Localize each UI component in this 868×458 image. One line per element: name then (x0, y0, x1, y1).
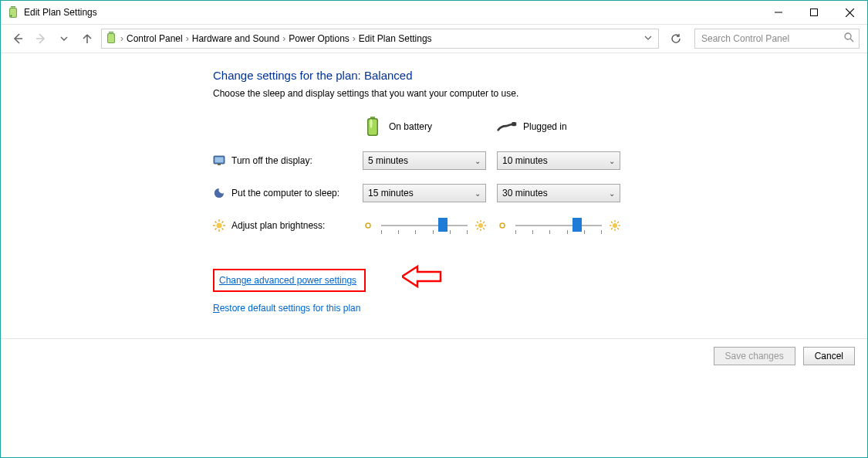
page-heading: Change settings for the plan: Balanced (213, 69, 676, 82)
svg-rect-17 (369, 120, 377, 135)
svg-point-47 (500, 223, 505, 228)
titlebar: Edit Plan Settings (1, 1, 867, 25)
svg-line-36 (222, 222, 224, 223)
svg-line-56 (617, 222, 619, 223)
page-subtext: Choose the sleep and display settings th… (213, 88, 676, 99)
svg-rect-23 (215, 158, 224, 163)
brightness-battery-slider[interactable] (378, 216, 471, 235)
svg-line-55 (611, 228, 613, 229)
battery-icon (363, 117, 383, 137)
chevron-right-icon[interactable]: › (282, 33, 285, 44)
svg-rect-5 (811, 9, 818, 16)
svg-line-53 (611, 222, 613, 223)
sleep-plugged-dropdown[interactable]: 30 minutes ⌄ (497, 184, 620, 202)
svg-point-13 (845, 33, 851, 39)
location-icon (105, 32, 117, 46)
search-icon (844, 32, 854, 45)
svg-marker-57 (402, 266, 441, 287)
chevron-down-icon: ⌄ (609, 189, 615, 198)
svg-point-3 (11, 15, 12, 17)
brightness-plugged-slider-group (497, 216, 620, 235)
breadcrumb[interactable]: Hardware and Sound (192, 33, 279, 44)
button-label: Save changes (725, 351, 784, 361)
svg-line-33 (215, 222, 217, 223)
change-advanced-link[interactable]: Change advanced power settings (219, 275, 356, 286)
breadcrumb[interactable]: Control Panel (127, 33, 183, 44)
dropdown-value: 30 minutes (502, 188, 548, 198)
row-text: Turn off the display: (231, 155, 312, 166)
chevron-right-icon[interactable]: › (186, 33, 189, 44)
content-area: Change settings for the plan: Balanced C… (1, 53, 867, 457)
breadcrumb[interactable]: Edit Plan Settings (359, 33, 432, 44)
sun-dim-icon (497, 220, 508, 231)
svg-rect-10 (109, 32, 113, 33)
brightness-battery-slider-group (363, 216, 486, 235)
restore-defaults-link[interactable]: Restore default settings for this plan (213, 303, 360, 314)
chevron-down-icon: ⌄ (609, 157, 615, 165)
column-header-battery: On battery (363, 116, 486, 137)
forward-button[interactable] (32, 29, 50, 48)
search-input[interactable] (700, 32, 844, 45)
svg-rect-24 (218, 164, 221, 165)
moon-icon (213, 187, 225, 199)
app-icon (7, 6, 19, 19)
svg-point-38 (478, 223, 483, 228)
save-changes-button[interactable]: Save changes (714, 347, 795, 365)
close-button[interactable] (832, 1, 867, 24)
brightness-plugged-slider[interactable] (512, 216, 605, 235)
up-button[interactable] (78, 29, 96, 48)
sleep-battery-dropdown[interactable]: 15 minutes ⌄ (363, 184, 486, 202)
column-label: On battery (389, 121, 432, 132)
svg-line-14 (850, 39, 853, 42)
dropdown-value: 10 minutes (502, 155, 548, 166)
refresh-button[interactable] (667, 29, 685, 48)
svg-point-28 (217, 223, 222, 229)
dropdown-value: 5 minutes (368, 155, 408, 166)
display-battery-dropdown[interactable]: 5 minutes ⌄ (363, 151, 486, 170)
window-title: Edit Plan Settings (24, 7, 97, 18)
svg-line-35 (215, 229, 217, 230)
search-box[interactable] (694, 29, 860, 49)
button-label: Cancel (815, 351, 843, 361)
row-text: Adjust plan brightness: (231, 220, 325, 231)
cancel-button[interactable]: Cancel (803, 347, 855, 365)
column-label: Plugged in (523, 121, 567, 132)
row-label-sleep: Put the computer to sleep: (213, 187, 352, 199)
maximize-button[interactable] (796, 1, 832, 24)
recent-locations-button[interactable] (55, 29, 73, 48)
svg-point-18 (370, 119, 373, 128)
chevron-right-icon[interactable]: › (120, 33, 123, 44)
footer-buttons: Save changes Cancel (1, 339, 867, 365)
plug-icon (497, 117, 517, 137)
row-label-brightness: Adjust plan brightness: (213, 219, 352, 232)
svg-line-46 (483, 222, 485, 223)
back-button[interactable] (8, 29, 27, 48)
sun-icon (213, 219, 225, 232)
chevron-down-icon: ⌄ (475, 157, 481, 165)
svg-rect-0 (11, 6, 15, 8)
address-dropdown-button[interactable] (641, 33, 655, 44)
svg-rect-15 (370, 117, 375, 118)
minimize-button[interactable] (761, 1, 796, 24)
svg-line-45 (477, 228, 478, 229)
svg-rect-12 (108, 34, 114, 42)
row-label-display: Turn off the display: (213, 154, 352, 167)
svg-line-54 (617, 228, 619, 229)
svg-line-44 (483, 228, 485, 229)
breadcrumb[interactable]: Power Options (289, 33, 350, 44)
svg-line-34 (222, 229, 224, 230)
sun-bright-icon (610, 220, 620, 231)
chevron-right-icon[interactable]: › (353, 33, 356, 44)
svg-line-43 (477, 222, 478, 223)
svg-point-37 (366, 223, 370, 228)
chevron-down-icon: ⌄ (475, 189, 481, 198)
row-text: Put the computer to sleep: (231, 188, 339, 198)
address-bar[interactable]: › Control Panel › Hardware and Sound › P… (101, 29, 659, 49)
column-header-plugged: Plugged in (497, 116, 620, 137)
dropdown-value: 15 minutes (368, 188, 414, 198)
annotation-highlight-box: Change advanced power settings (213, 269, 366, 292)
navigation-bar: › Control Panel › Hardware and Sound › P… (1, 25, 867, 53)
svg-point-48 (613, 223, 617, 228)
annotation-arrow-icon (402, 263, 448, 290)
display-plugged-dropdown[interactable]: 10 minutes ⌄ (497, 151, 620, 170)
